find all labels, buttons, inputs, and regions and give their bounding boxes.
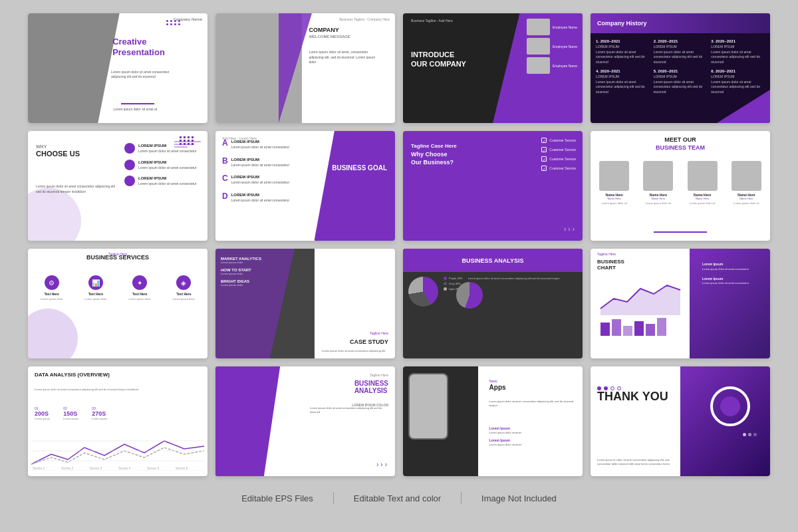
slide11-body: Lorem ipsum dolor sit amet consectetur a…: [468, 277, 577, 307]
slide16-dot-r2: [748, 433, 751, 436]
footer-divider-2: [461, 492, 462, 504]
slide11-title: BUSINESS ANALYSIS: [462, 257, 524, 264]
slide11-dot-light: [444, 287, 447, 291]
slide2-purple-triangle: [279, 13, 312, 123]
slide-data-analysis: DATA ANALYSIS (OVERVIEW) Lorem ipsum dol…: [28, 366, 207, 476]
slide6-item-c-text: LOREM IPSUM Lorem ipsum dolor sit amet c…: [231, 174, 290, 186]
slide5-item-text-1: LOREM IPSUM Lorem ipsum dolor sit amet c…: [138, 143, 197, 154]
slide13-chart-area: Series 1 Series 2 Series 3 Series 4 Seri…: [31, 434, 204, 471]
slide13-title: DATA ANALYSIS (OVERVIEW): [35, 372, 110, 378]
slide15-phone: [408, 373, 448, 440]
slide9-icon-3: ✦: [132, 275, 147, 290]
slides-grid: Company Name Creative Presentation Lorem…: [28, 13, 770, 476]
slide8-photo-3: [688, 161, 718, 191]
svg-rect-0: [600, 323, 610, 336]
slide7-check-3: ✓ Customer Service: [541, 156, 576, 162]
svg-rect-1: [612, 319, 621, 336]
slide6-title: BUSINESS GOAL: [332, 164, 387, 172]
slide5-item-3: LOREM IPSUM Lorem ipsum dolor sit amet c…: [124, 176, 197, 187]
slide-welcome-message: Business Tagline - Company Here COMPANY …: [215, 13, 395, 123]
slide14-arrow-3: ›: [385, 461, 387, 468]
slide12-title: BUSINESS CHART: [597, 259, 624, 271]
slide-introduce-company: Business Tagline - Add Here INTRODUCE OU…: [403, 13, 583, 123]
slide15-label-1: Lorem Ipsum Lorem ipsum dolor sit amet: [489, 426, 521, 435]
slide7-arrow-1: ›: [564, 225, 566, 233]
slide3-photo-2: Employee Name: [527, 38, 577, 55]
slide7-checkmark-1: ✓: [541, 138, 547, 143]
slide6-item-d: D LOREM IPSUM Lorem ipsum dolor sit amet…: [222, 192, 289, 203]
slide11-dot-purple: [444, 277, 447, 280]
slide15-label-2: Lorem Ipsum Lorem ipsum dolor sit amet: [489, 438, 521, 447]
slide3-photo-1: Employee Name: [527, 19, 577, 35]
slide16-dot-r3: [753, 433, 757, 436]
slide7-check-4: ✓ Customer Service: [541, 166, 576, 171]
slide2-logo: Business Tagline - Company Here: [339, 17, 390, 21]
slide-new-apps: New Apps Lorem ipsum dolor sit amet, con…: [403, 366, 583, 476]
slide4-history-4: 4. 2020–2021 LOREM IPSUM Lorem ipsum dol…: [596, 68, 650, 94]
slide9-service-2: 📊 Text Here Lorem ipsum dolor: [75, 275, 116, 301]
slide9-icon-2: 📊: [88, 275, 103, 290]
slide14-body: Lorem ipsum dolor sit amet consectetur a…: [310, 406, 390, 414]
slide16-title: THANK YOU: [597, 390, 668, 404]
svg-text:Series 4: Series 4: [118, 466, 131, 470]
slide16-circle-inner: [720, 396, 740, 416]
slide-why-choose-us: WHY CHOOSE US Lorem ipsum dolor sit amet…: [28, 131, 207, 241]
slide1-logo: Company Name: [174, 17, 202, 21]
svg-text:Series 1: Series 1: [33, 466, 45, 470]
slide9-purple-circle: [28, 309, 78, 358]
slide5-item-1: LOREM IPSUM Lorem ipsum dolor sit amet c…: [124, 143, 197, 154]
slide5-title: WHY CHOOSE US: [36, 144, 80, 159]
slide13-body: Lorem ipsum dolor sit amet consectetur a…: [35, 388, 201, 392]
slide16-body: Lorem ipsum in order sit amet consectetu…: [597, 458, 677, 466]
slide16-dot-r1: [743, 433, 746, 436]
slide2-body: Lorem ipsum dolor sit amet, consectetur …: [309, 50, 382, 65]
footer-item-1: Editable EPS Files: [241, 493, 313, 503]
slide7-arrows: › › ›: [564, 225, 575, 233]
slide9-service-4: ◈ Text Here Lorem ipsum dolor: [164, 275, 204, 301]
slide9-service-3: ✦ Text Here Lorem ipsum dolor: [120, 275, 160, 301]
slide-business-chart: Tagline Here BUSINESS CHART Lorem Ipsum: [591, 249, 770, 358]
slide3-photos: Employee Name Employee Name Employee Nam…: [527, 19, 577, 74]
slide9-services: ⚙ Text Here Lorem ipsum dolor 📊 Text Her…: [31, 275, 204, 301]
slide4-purple-accent: [717, 90, 770, 123]
footer-item-3: Image Not Included: [481, 493, 557, 503]
slide11-dot-gray: [444, 282, 447, 285]
slide6-item-b: B LOREM IPSUM Lorem ipsum dolor sit amet…: [222, 157, 289, 168]
slide12-right-labels: Lorem Ipsum Lorem ipsum dolor sit amet c…: [702, 262, 762, 285]
slide13-stat-3: 03 270S Lorem ipsum: [92, 406, 107, 420]
footer-item-2: Editable Text and color: [354, 493, 441, 503]
slide5-item-2: LOREM IPSUM Lorem ipsum dolor sit amet c…: [124, 160, 197, 171]
slide12-chart: [597, 275, 684, 329]
slide10-title: CASE STUDY: [350, 338, 388, 345]
slide4-header-title: Company History: [597, 20, 647, 27]
slide-business-goal: Add Here - Lorem Here BUSINESS GOAL A LO…: [215, 131, 395, 241]
slide-business-analysis: BUSINESS ANALYSIS Purple 42% Gray 30% Li…: [403, 249, 583, 358]
slide1-subtitle: Lorem ipsum dolor sit amet consectetur a…: [111, 70, 178, 79]
slide9-service-1: ⚙ Text Here Lorem ipsum dolor: [31, 275, 72, 301]
slide16-dots-row2: [743, 433, 757, 436]
svg-text:Series 3: Series 3: [90, 466, 102, 470]
svg-rect-4: [646, 324, 655, 336]
slide7-arrow-3: ›: [573, 225, 575, 233]
slide10-left-content: MARKET ANALYTICS Lorem ipsum dolor HOW T…: [221, 257, 261, 291]
svg-text:Series 2: Series 2: [61, 466, 74, 470]
slide7-arrow-2: ›: [568, 225, 570, 233]
slide7-checkmark-3: ✓: [541, 156, 547, 162]
slide8-photo-2: [643, 161, 673, 191]
slide-thank-you: THANK YOU Lorem ipsum in order sit amet …: [591, 366, 770, 476]
slide10-item-1: MARKET ANALYTICS Lorem ipsum dolor: [221, 257, 261, 264]
slide11-pie-chart: [408, 277, 438, 307]
slide8-photo-1: [599, 161, 629, 191]
slide11-content: Purple 42% Gray 30% Light 28% Lorem ipsu…: [408, 277, 577, 307]
slide10-body: Lorem ipsum dolor sit amet consectetur a…: [322, 349, 388, 353]
slide6-item-d-text: LOREM IPSUM Lorem ipsum dolor sit amet c…: [231, 192, 290, 203]
slide4-history-2: 2. 2020–2021 LOREM IPSUM Lorem ipsum dol…: [654, 39, 708, 65]
slide3-photo-box-1: [527, 19, 550, 35]
slide5-icon-1: [124, 143, 135, 154]
slide7-check-1: ✓ Customer Service: [541, 138, 576, 143]
slide16-circle-icon: [710, 386, 750, 426]
slide7-check-2: ✓ Customer Service: [541, 147, 576, 152]
slide14-arrow-1: ›: [376, 461, 378, 468]
slide4-history-grid: 1. 2020–2021 LOREM IPSUM Lorem ipsum dol…: [596, 39, 765, 94]
slide2-title: COMPANY WELCOME MESSAGE: [309, 27, 350, 39]
